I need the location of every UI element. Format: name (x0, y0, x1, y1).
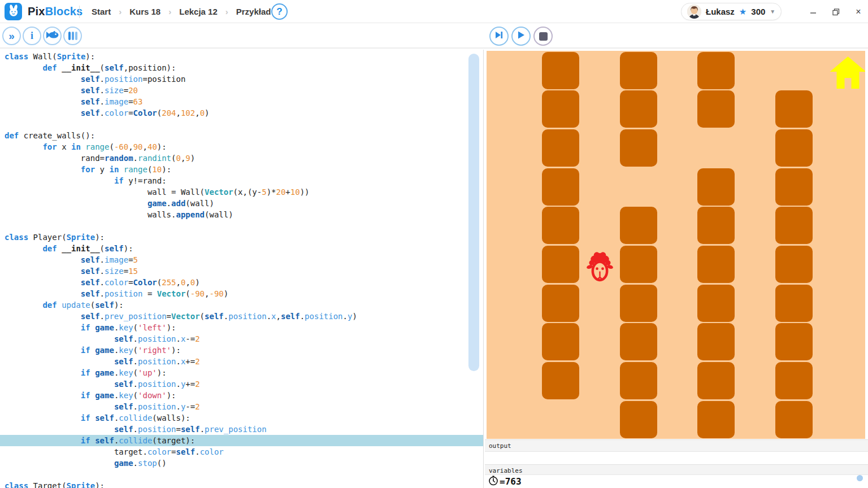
code-token: 5 (262, 188, 266, 197)
code-token: . (167, 199, 171, 208)
code-line[interactable]: if game.key('up'): (5, 367, 483, 378)
wall-block (620, 401, 657, 438)
code-token: Sprite (67, 233, 96, 242)
code-line[interactable]: rand=random.randint(0,9) (5, 152, 483, 164)
code-token: self (114, 357, 133, 366)
wall-block (542, 246, 579, 283)
code-line[interactable] (5, 469, 483, 480)
wall-block (775, 129, 813, 167)
info-button[interactable]: i (23, 27, 41, 45)
code-line[interactable]: game.stop() (5, 457, 483, 469)
code-token: self (114, 334, 133, 343)
code-line[interactable]: self.position=self.prev_position (5, 424, 483, 435)
code-token: 40 (147, 142, 157, 151)
code-token: ( (157, 278, 162, 287)
code-line[interactable]: def update(self): (5, 299, 483, 311)
code-scrollbar-thumb[interactable] (468, 54, 479, 371)
code-token: append (176, 210, 205, 219)
breadcrumb-item-start[interactable]: Start (92, 7, 111, 16)
code-token: . (100, 255, 105, 264)
breadcrumb-item-lekcja-12[interactable]: Lekcja 12 (179, 7, 218, 16)
code-token: self (114, 380, 133, 389)
step-forward-button[interactable] (489, 27, 509, 46)
code-line[interactable]: for x in range(-60,90,40): (5, 141, 483, 152)
code-token: image (105, 255, 128, 264)
code-line[interactable]: self.position.x+=2 (5, 356, 483, 367)
wall-block (697, 90, 735, 128)
code-token: __init__ (62, 63, 99, 72)
code-line[interactable]: self.size=15 (5, 265, 483, 277)
code-token: Color (133, 278, 157, 287)
code-token: . (176, 380, 180, 389)
code-line[interactable]: class Wall(Sprite): (5, 51, 483, 62)
code-token: add (171, 199, 185, 208)
code-line[interactable]: for y in range(10): (5, 164, 483, 175)
user-menu[interactable]: Łukasz ★ 300 ▼ (681, 3, 782, 20)
play-button[interactable] (511, 27, 531, 46)
user-points: 300 (751, 7, 765, 16)
code-token: = (128, 108, 133, 117)
code-line[interactable]: self.image=63 (5, 96, 483, 107)
columns-button[interactable] (63, 27, 82, 45)
code-line-highlighted[interactable]: if self.collide(target): (0, 435, 483, 446)
code-line[interactable]: def __init__(self): (5, 243, 483, 254)
code-line[interactable]: target.color=self.color (5, 446, 483, 457)
wall-block (620, 207, 657, 244)
panel-scroll-indicator[interactable] (857, 475, 863, 481)
code-line[interactable]: def __init__(self,position): (5, 62, 483, 73)
code-token: ): (95, 233, 105, 242)
target-sprite-home-icon (830, 56, 865, 89)
help-button[interactable]: ? (271, 3, 288, 20)
code-line[interactable]: self.position.x-=2 (5, 333, 483, 345)
code-token: color (200, 447, 224, 456)
code-line[interactable]: if game.key('left'): (5, 322, 483, 333)
pixblocks-logo[interactable] (5, 3, 22, 20)
breadcrumb-separator-icon: › (168, 7, 171, 16)
breadcrumb-item-kurs-18[interactable]: Kurs 18 (129, 7, 160, 16)
code-token: key (119, 323, 133, 332)
window-close-button[interactable]: × (852, 7, 865, 17)
code-line[interactable]: self.size=20 (5, 85, 483, 96)
code-line[interactable]: self.color=Color(204,102,0) (5, 107, 483, 119)
code-line[interactable]: if game.key('down'): (5, 390, 483, 401)
wall-block (775, 168, 813, 206)
code-line[interactable]: wall = Wall(Vector(x,(y-5)*20+10)) (5, 186, 483, 198)
code-token: = (128, 97, 133, 106)
variables-label: variables (485, 465, 868, 474)
code-line[interactable]: walls.append(wall) (5, 209, 483, 220)
code-token: , (128, 142, 133, 151)
fish-mode-button[interactable] (43, 27, 62, 45)
code-line[interactable] (5, 119, 483, 130)
code-token: -= (185, 402, 195, 411)
code-line[interactable]: if game.key('right'): (5, 345, 483, 356)
code-line[interactable]: self.position.y+=2 (5, 378, 483, 390)
code-line[interactable]: if y!=rand: (5, 175, 483, 186)
code-token: __init__ (62, 244, 99, 253)
code-line[interactable]: self.position = Vector(-90,-90) (5, 288, 483, 299)
code-line[interactable]: self.image=5 (5, 254, 483, 265)
stop-icon (539, 32, 548, 41)
code-line[interactable]: self.prev_position=Vector(self.position.… (5, 311, 483, 322)
code-token: . (133, 425, 138, 434)
wall-block (542, 285, 579, 322)
code-line[interactable] (5, 220, 483, 232)
code-line[interactable]: class Player(Sprite): (5, 232, 483, 243)
window-minimize-button[interactable] (807, 7, 819, 17)
code-line[interactable]: class Target(Sprite): (5, 480, 483, 488)
code-line[interactable]: def create_walls(): (5, 130, 483, 141)
code-token: key (119, 346, 133, 355)
code-line[interactable]: self.color=Color(255,0,0) (5, 277, 483, 288)
code-token: . (224, 312, 228, 321)
stop-button[interactable] (533, 27, 553, 46)
run-fast-button[interactable]: » (2, 27, 21, 45)
code-line[interactable]: self.position.y-=2 (5, 401, 483, 412)
code-token: Color (133, 108, 157, 117)
code-token: ) (352, 312, 357, 321)
window-maximize-button[interactable] (830, 7, 842, 17)
game-canvas[interactable] (487, 51, 865, 439)
code-line[interactable]: self.position=position (5, 73, 483, 85)
code-editor[interactable]: class Wall(Sprite): def __init__(self,po… (0, 50, 484, 488)
code-line[interactable]: if self.collide(walls): (5, 412, 483, 424)
code-line[interactable]: game.add(wall) (5, 198, 483, 209)
code-token: 2 (195, 402, 199, 411)
